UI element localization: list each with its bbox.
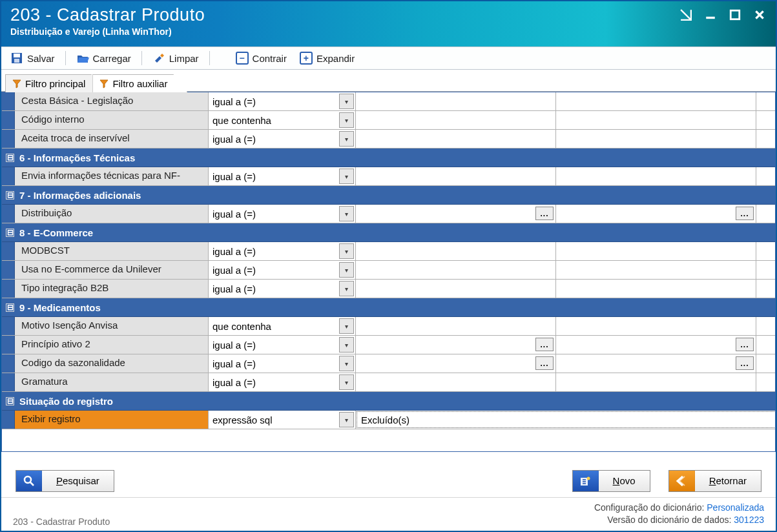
operator-input[interactable] bbox=[209, 317, 339, 335]
value-input[interactable] bbox=[356, 111, 555, 129]
load-button[interactable]: Carregar bbox=[70, 50, 138, 66]
row-grip[interactable] bbox=[2, 130, 15, 148]
row-grip[interactable] bbox=[2, 92, 15, 110]
value-input[interactable] bbox=[756, 373, 775, 391]
operator-input[interactable] bbox=[209, 336, 339, 354]
operator-input[interactable] bbox=[209, 261, 339, 279]
group-header[interactable]: ⊟ Situação do registro bbox=[2, 392, 775, 411]
value-input[interactable] bbox=[756, 354, 775, 373]
group-header[interactable]: ⊟ 6 - Informações Técnicas bbox=[2, 148, 775, 167]
operator-dropdown[interactable]: ▾ bbox=[339, 318, 354, 334]
return-button[interactable]: Retornar bbox=[668, 470, 761, 492]
maximize-button[interactable] bbox=[728, 8, 742, 22]
value-input[interactable] bbox=[356, 205, 535, 223]
value-input[interactable] bbox=[356, 354, 535, 373]
lookup-button[interactable]: ... bbox=[535, 207, 554, 220]
search-button[interactable]: Pesquisar bbox=[16, 470, 114, 492]
value-input[interactable] bbox=[357, 412, 775, 427]
value-input[interactable] bbox=[356, 130, 555, 148]
value-input[interactable] bbox=[556, 373, 756, 391]
row-grip[interactable] bbox=[2, 167, 15, 185]
value-input[interactable] bbox=[756, 92, 775, 110]
value-input[interactable] bbox=[556, 92, 756, 110]
row-grip[interactable] bbox=[2, 205, 15, 223]
value-input[interactable] bbox=[356, 261, 555, 279]
value-input[interactable] bbox=[556, 336, 736, 354]
operator-input[interactable] bbox=[209, 111, 339, 129]
restore-inverse-icon[interactable] bbox=[679, 8, 693, 22]
value-input[interactable] bbox=[756, 111, 775, 129]
operator-input[interactable] bbox=[209, 280, 339, 298]
row-grip[interactable] bbox=[2, 336, 15, 354]
operator-input[interactable] bbox=[209, 411, 339, 429]
operator-dropdown[interactable]: ▾ bbox=[339, 281, 354, 296]
operator-dropdown[interactable]: ▾ bbox=[339, 356, 354, 371]
value-input[interactable] bbox=[356, 242, 555, 260]
row-grip[interactable] bbox=[2, 280, 15, 298]
operator-dropdown[interactable]: ▾ bbox=[339, 374, 354, 390]
operator-input[interactable] bbox=[209, 205, 339, 223]
lookup-button[interactable]: ... bbox=[535, 338, 554, 351]
operator-dropdown[interactable]: ▾ bbox=[339, 94, 354, 109]
collapse-button[interactable]: − Contrair bbox=[229, 50, 293, 66]
tab-filter-main[interactable]: Filtro principal bbox=[5, 74, 105, 92]
operator-dropdown[interactable]: ▾ bbox=[339, 412, 354, 427]
value-input[interactable] bbox=[756, 205, 775, 223]
operator-dropdown[interactable]: ▾ bbox=[339, 131, 354, 147]
row-grip[interactable] bbox=[2, 354, 15, 373]
value-input[interactable] bbox=[756, 317, 775, 335]
operator-dropdown[interactable]: ▾ bbox=[339, 243, 354, 259]
collapse-icon[interactable]: ⊟ bbox=[6, 229, 14, 237]
group-header[interactable]: ⊟ 9 - Medicamentos bbox=[2, 298, 775, 317]
group-header[interactable]: ⊟ 8 - E-Commerce bbox=[2, 223, 775, 242]
value-input[interactable] bbox=[556, 111, 756, 129]
value-input[interactable] bbox=[756, 242, 775, 260]
value-input[interactable] bbox=[356, 280, 555, 298]
operator-dropdown[interactable]: ▾ bbox=[339, 262, 354, 278]
value-input[interactable] bbox=[356, 167, 555, 185]
value-input[interactable] bbox=[556, 205, 736, 223]
row-grip[interactable] bbox=[2, 261, 15, 279]
row-grip[interactable] bbox=[2, 411, 15, 429]
value-input[interactable] bbox=[556, 167, 756, 185]
operator-dropdown[interactable]: ▾ bbox=[339, 337, 354, 353]
row-grip[interactable] bbox=[2, 242, 15, 260]
value-input[interactable] bbox=[356, 373, 555, 391]
lookup-button[interactable]: ... bbox=[736, 207, 754, 220]
operator-input[interactable] bbox=[209, 373, 339, 391]
tab-filter-aux[interactable]: Filtro auxiliar bbox=[92, 74, 187, 92]
operator-input[interactable] bbox=[209, 354, 339, 373]
collapse-icon[interactable]: ⊟ bbox=[6, 191, 14, 200]
save-button[interactable]: Salvar bbox=[4, 50, 61, 66]
operator-input[interactable] bbox=[209, 242, 339, 260]
value-input[interactable] bbox=[756, 261, 775, 279]
value-input[interactable] bbox=[356, 317, 555, 335]
lookup-button[interactable]: ... bbox=[736, 338, 754, 351]
expand-button[interactable]: + Expandir bbox=[293, 50, 361, 66]
value-input[interactable] bbox=[556, 261, 756, 279]
value-input[interactable] bbox=[756, 130, 775, 148]
lookup-button[interactable]: ... bbox=[535, 356, 554, 370]
operator-input[interactable] bbox=[209, 92, 339, 110]
value-input[interactable] bbox=[756, 280, 775, 298]
collapse-icon[interactable]: ⊟ bbox=[6, 397, 14, 405]
clear-button[interactable]: Limpar bbox=[146, 50, 205, 66]
operator-input[interactable] bbox=[209, 167, 339, 185]
value-input[interactable] bbox=[756, 167, 775, 185]
new-button[interactable]: Novo bbox=[572, 470, 650, 492]
value-input[interactable] bbox=[556, 354, 736, 373]
operator-dropdown[interactable]: ▾ bbox=[339, 169, 354, 184]
operator-dropdown[interactable]: ▾ bbox=[339, 206, 354, 221]
value-input[interactable] bbox=[556, 280, 756, 298]
minimize-button[interactable] bbox=[703, 8, 718, 22]
group-header[interactable]: ⊟ 7 - Informações adicionais bbox=[2, 186, 775, 205]
row-grip[interactable] bbox=[2, 111, 15, 129]
operator-dropdown[interactable]: ▾ bbox=[339, 112, 354, 128]
collapse-icon[interactable]: ⊟ bbox=[6, 154, 14, 162]
collapse-icon[interactable]: ⊟ bbox=[6, 303, 14, 312]
value-input[interactable] bbox=[556, 242, 756, 260]
value-input[interactable] bbox=[356, 92, 555, 110]
value-input[interactable] bbox=[756, 336, 775, 354]
value-input[interactable] bbox=[556, 130, 756, 148]
value-input[interactable] bbox=[356, 336, 535, 354]
